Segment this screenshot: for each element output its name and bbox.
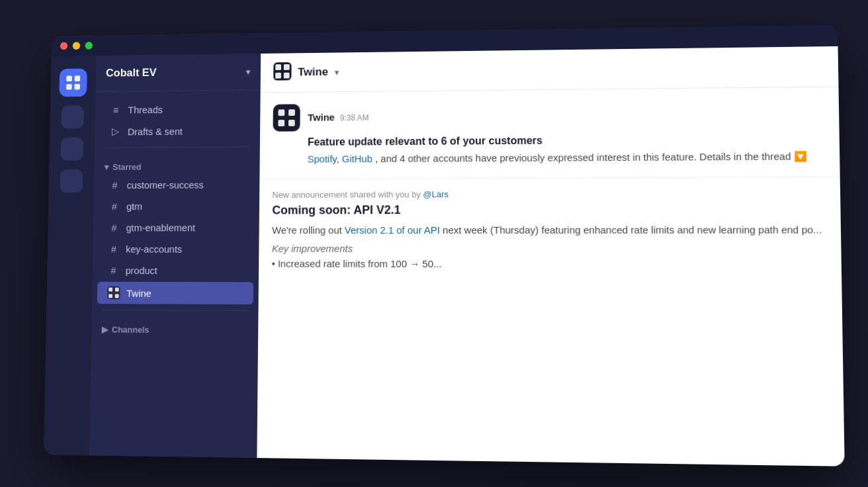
channels-label: Channels	[112, 325, 150, 335]
drafts-icon: ▷	[110, 126, 121, 138]
svg-rect-11	[284, 64, 290, 70]
workspace-chevron-icon: ▾	[246, 67, 251, 77]
minimize-button[interactable]	[73, 42, 81, 50]
channel-hash-icon-3: #	[108, 222, 120, 234]
sidebar-divider-2	[102, 310, 248, 311]
window-body: Cobalt EV ▾ ≡ Threads ▷ Drafts & sent ▾ …	[44, 46, 845, 466]
close-button[interactable]	[60, 42, 68, 50]
sidebar-item-product[interactable]: # product	[97, 260, 253, 281]
svg-rect-0	[66, 75, 72, 81]
sidebar-item-drafts[interactable]: ▷ Drafts & sent	[100, 120, 255, 142]
message-body-suffix-1: , and 4 other accounts have previously e…	[375, 151, 807, 165]
announcement-author-link[interactable]: @Lars	[423, 189, 448, 199]
drafts-label: Drafts & sent	[128, 126, 183, 137]
channel-hash-icon-5: #	[108, 265, 120, 276]
link-github[interactable]: GitHub	[342, 154, 372, 165]
channel-hash-icon-4: #	[108, 244, 119, 255]
link-spotify[interactable]: Spotify	[308, 154, 337, 165]
sidebar-item-gtm-enablement[interactable]: # gtm-enablement	[98, 218, 254, 238]
twine-channel-icon	[107, 287, 120, 300]
maximize-button[interactable]	[85, 42, 93, 50]
announcement-meta-prefix: New announcement shared with you by	[273, 189, 423, 200]
announcement-body-link[interactable]: Version 2.1 of our API	[345, 224, 440, 236]
message-block-1: Twine 9:38 AM Feature update relevant to…	[259, 87, 840, 180]
svg-rect-13	[284, 73, 290, 79]
threads-icon: ≡	[110, 105, 122, 116]
channel-title: Twine	[298, 66, 328, 79]
svg-rect-7	[108, 294, 112, 298]
svg-rect-8	[115, 294, 119, 298]
starred-section: ▾ Starred	[94, 152, 259, 175]
threads-label: Threads	[128, 104, 163, 115]
message-time-1: 9:38 AM	[340, 113, 369, 122]
message-title-1: Feature update relevant to 6 of your cus…	[308, 132, 826, 150]
svg-rect-15	[288, 109, 295, 116]
svg-rect-2	[66, 84, 72, 90]
messages-area[interactable]: Twine 9:38 AM Feature update relevant to…	[257, 87, 845, 466]
announcement-bullet: • Increased rate limits from 100 → 50...	[272, 257, 828, 273]
svg-rect-5	[108, 288, 112, 292]
svg-rect-14	[278, 109, 284, 116]
message-body-1: Spotify, GitHub , and 4 other accounts h…	[308, 149, 826, 167]
sidebar-nav: ≡ Threads ▷ Drafts & sent ▾ Starred # cu…	[91, 90, 261, 345]
workspace-header[interactable]: Cobalt EV ▾	[95, 54, 261, 92]
announcement-body: We're rolling out Version 2.1 of our API…	[272, 222, 827, 238]
announcement-body-suffix: next week (Thursday) featuring enhanced …	[440, 224, 822, 236]
sidebar-item-key-accounts[interactable]: # key-accounts	[98, 239, 254, 259]
starred-chevron-icon: ▾	[105, 162, 109, 172]
channel-label-customer-success: customer-success	[127, 179, 204, 191]
icon-rail	[44, 56, 96, 466]
app-window: Cobalt EV ▾ ≡ Threads ▷ Drafts & sent ▾ …	[44, 25, 845, 466]
sidebar: Cobalt EV ▾ ≡ Threads ▷ Drafts & sent ▾ …	[89, 54, 261, 466]
key-improvements-label: Key improvements	[272, 243, 828, 254]
channel-label-gtm: gtm	[126, 200, 142, 212]
channel-label-product: product	[126, 265, 157, 276]
svg-rect-16	[278, 120, 284, 126]
rail-icon-2[interactable]	[60, 138, 83, 161]
svg-rect-6	[115, 288, 119, 292]
channel-header: Twine ▾	[261, 46, 839, 93]
svg-rect-10	[275, 64, 281, 70]
sidebar-item-twine[interactable]: Twine	[97, 282, 253, 304]
sidebar-item-customer-success[interactable]: # customer-success	[99, 175, 254, 195]
message-avatar-twine	[273, 104, 300, 131]
channel-header-icon	[273, 62, 291, 83]
channel-label-gtm-enablement: gtm-enablement	[126, 222, 196, 234]
channel-label-key-accounts: key-accounts	[126, 244, 182, 255]
svg-rect-3	[74, 84, 80, 90]
announcement-body-prefix: We're rolling out	[272, 224, 345, 236]
main-content: Twine ▾	[257, 46, 845, 466]
channels-section[interactable]: ▶ Channels	[91, 316, 258, 338]
app-logo[interactable]	[59, 69, 87, 97]
rail-icon-3[interactable]	[60, 169, 83, 193]
workspace-name: Cobalt EV	[106, 66, 241, 80]
sidebar-divider-1	[105, 147, 249, 148]
channel-hash-icon-1: #	[109, 179, 120, 191]
svg-rect-17	[288, 120, 295, 126]
twine-label: Twine	[126, 287, 152, 298]
sender-name-1: Twine	[308, 112, 335, 123]
message-meta-1: Twine 9:38 AM	[308, 111, 369, 123]
rail-icon-1[interactable]	[61, 105, 84, 128]
announcement-title: Coming soon: API V2.1	[272, 202, 826, 217]
channel-chevron-icon: ▾	[335, 67, 339, 77]
sidebar-item-threads[interactable]: ≡ Threads	[100, 99, 255, 120]
announcement-block: New announcement shared with you by @Lar…	[259, 177, 842, 284]
message-header-1: Twine 9:38 AM	[273, 99, 826, 132]
svg-rect-12	[275, 73, 281, 79]
message-content-1: Feature update relevant to 6 of your cus…	[308, 132, 826, 167]
announcement-meta: New announcement shared with you by @Lar…	[273, 188, 827, 200]
sidebar-item-gtm[interactable]: # gtm	[99, 196, 254, 216]
logo-icon	[65, 74, 81, 91]
starred-label: Starred	[112, 162, 142, 172]
svg-rect-1	[75, 75, 81, 81]
channels-chevron-icon: ▶	[102, 325, 108, 335]
channel-hash-icon-2: #	[108, 201, 120, 212]
